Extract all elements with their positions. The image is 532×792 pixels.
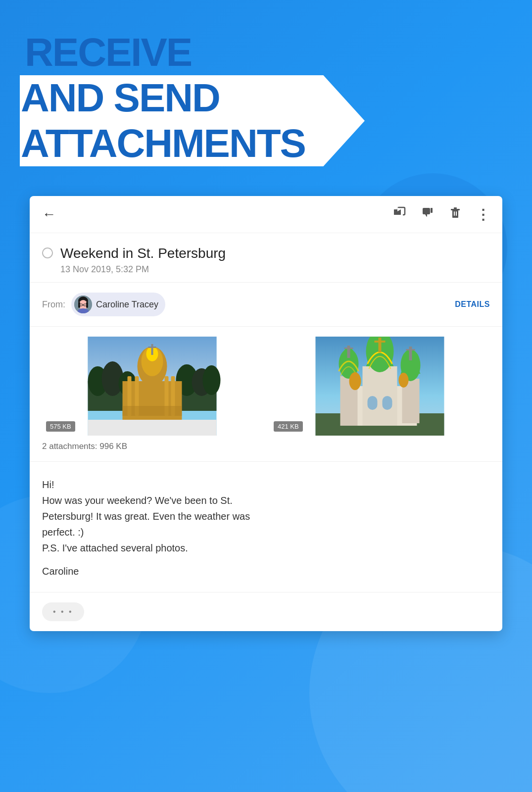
svg-rect-46 [347,346,350,358]
delete-icon[interactable] [448,206,462,223]
svg-rect-37 [148,346,156,348]
sender-name: Caroline Tracey [96,299,158,310]
dislike-icon[interactable] [421,206,435,223]
title-line1: RECEIVE [25,30,305,75]
toolbar-actions: ⋮ [393,206,490,223]
email-toolbar: ← [30,196,502,233]
more-icon[interactable]: ⋮ [476,206,490,223]
from-row: From: [30,283,502,327]
move-icon[interactable] [393,206,407,223]
svg-rect-55 [406,349,415,350]
attachments-count: 2 attachments: 996 KB [42,442,490,451]
svg-rect-36 [151,344,153,355]
page-title-block: RECEIVE AND SEND ATTACHMENTS [25,30,305,166]
attachments-grid: 575 KB [42,337,490,436]
attachment-2[interactable]: 421 KB [270,337,490,436]
svg-rect-39 [123,406,182,416]
svg-rect-51 [375,341,386,343]
details-button[interactable]: DETAILS [455,300,490,309]
attachment-2-size: 421 KB [274,421,303,432]
email-signature: Caroline [42,566,490,577]
svg-rect-50 [379,338,382,352]
svg-rect-58 [368,396,378,410]
attachments-section: 575 KB [30,327,502,462]
email-text: Hi! How was your weekend? We've been to … [42,477,490,556]
back-button[interactable]: ← [42,206,56,222]
email-subject: Weekend in St. Petersburg [60,246,490,261]
avatar [74,296,92,313]
body-line5: P.S. I've attached several photos. [42,543,188,553]
sender-chip[interactable]: Caroline Tracey [71,293,165,316]
svg-rect-6 [454,207,457,209]
subject-info: Weekend in St. Petersburg 13 Nov 2019, 5… [60,246,490,275]
svg-rect-54 [409,346,412,360]
title-line2: AND SEND [21,76,220,120]
svg-rect-38 [88,420,217,436]
title-line3: ATTACHMENTS [21,121,305,165]
email-body: Hi! How was your weekend? We've been to … [30,462,502,593]
svg-rect-3 [431,208,433,213]
more-section: • • • [30,593,502,631]
svg-rect-7 [454,211,455,216]
svg-rect-59 [383,396,392,410]
svg-rect-8 [456,211,457,216]
from-label: From: [42,299,65,310]
svg-point-26 [203,365,221,395]
body-line2: How was your weekend? We've been to St. [42,495,233,506]
attachment-1[interactable]: 575 KB [42,337,262,436]
svg-rect-5 [451,209,460,210]
svg-point-56 [349,372,361,390]
email-card: ← [30,196,502,631]
more-button[interactable]: • • • [42,602,84,621]
svg-point-57 [399,373,409,388]
svg-rect-4 [452,210,458,218]
attachment-1-size: 575 KB [46,421,75,432]
svg-rect-47 [344,347,353,349]
svg-rect-48 [363,366,397,426]
body-line4: perfect. :) [42,527,84,538]
body-line1: Hi! [42,479,54,490]
email-date: 13 Nov 2019, 5:32 PM [60,264,490,275]
email-subject-section: Weekend in St. Petersburg 13 Nov 2019, 5… [30,233,502,283]
read-status-indicator [42,248,53,258]
body-line3: Petersburg! It was great. Even the weath… [42,511,250,522]
